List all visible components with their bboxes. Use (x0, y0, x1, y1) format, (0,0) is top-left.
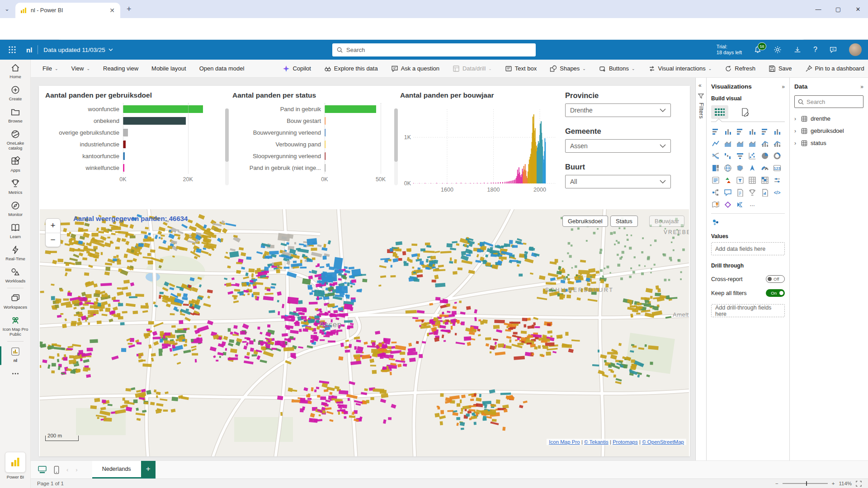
visual-type-kpi[interactable] (723, 176, 732, 185)
visual-type-slicer[interactable] (736, 176, 745, 185)
visual-type-table[interactable] (748, 176, 757, 185)
visual-type-line-and-clustered-column-chart[interactable] (773, 139, 782, 148)
toolbar-visual-interactions[interactable]: Visual interactions⌄ (648, 65, 712, 72)
bar-row[interactable]: Sloopvergunning verleend (232, 150, 392, 162)
toolbar-buttons[interactable]: Buttons⌄ (599, 65, 635, 72)
fit-to-page-icon[interactable] (856, 481, 862, 487)
toolbar-copilot[interactable]: Copilot (283, 65, 311, 72)
visual-type-100-stacked-area-chart[interactable] (748, 139, 757, 148)
add-data-fields-well[interactable]: Add data fields here (711, 242, 785, 255)
map-visual[interactable]: AssenSCHILDERSBUURTVREEBERGENAmelte Aant… (40, 209, 689, 456)
map-zoom-out-button[interactable]: − (46, 233, 60, 247)
visual-type-metrics-visual[interactable] (748, 188, 757, 197)
visual-type-100-stacked-column-chart[interactable] (773, 127, 782, 136)
global-search-box[interactable]: Search (332, 43, 536, 56)
bar-row[interactable]: Bouwvergunning verleend (232, 127, 392, 138)
attribution-link[interactable]: Icon Map Pro (549, 439, 580, 445)
web-layout-icon[interactable] (38, 466, 47, 474)
visual-type-power-automate-visual[interactable] (736, 200, 745, 209)
sidebar-item-learn[interactable]: Learn (0, 220, 31, 242)
product-switcher-powerbi[interactable]: Power BI (0, 452, 31, 479)
data-table-drenthe[interactable]: › drenthe (794, 113, 863, 125)
data-table-gebruiksdoel[interactable]: › gebruiksdoel (794, 125, 863, 137)
tab-close-icon[interactable]: ✕ (108, 7, 116, 14)
sidebar-item-browse[interactable]: Browse (0, 104, 31, 126)
visual-type-donut-chart[interactable] (773, 151, 782, 160)
toolbar-file[interactable]: File⌄ (42, 65, 58, 72)
tab-search-icon[interactable]: ⌄ (5, 5, 9, 12)
bar-row[interactable]: Bouw gestart (232, 115, 392, 127)
visual-type-qa-visual[interactable] (723, 188, 732, 197)
map-zoom-in-button[interactable]: + (46, 219, 60, 233)
new-page-button[interactable]: + (141, 461, 156, 479)
user-avatar[interactable] (849, 43, 862, 56)
toolbar-text-box[interactable]: Text box (505, 65, 537, 72)
map-mode-button-status[interactable]: Status (610, 216, 638, 227)
attribution-link[interactable]: © OpenStreetMap (642, 439, 684, 445)
visual-type-script-visual[interactable]: </> (773, 188, 782, 197)
notifications-bell-icon[interactable]: 58 (754, 46, 762, 54)
window-maximize-button[interactable]: ▢ (828, 0, 848, 18)
zoom-in-icon[interactable]: + (832, 481, 835, 486)
visual-type-line-and-stacked-column-chart[interactable] (760, 139, 769, 148)
visual-bouwjaar-histogram[interactable]: Aantal panden per bouwjaar1600180020000K… (400, 91, 559, 202)
sidebar-item-workloads[interactable]: Workloads (0, 264, 31, 286)
zoom-slider[interactable] (783, 483, 828, 484)
visual-type-clustered-column-chart[interactable] (748, 127, 757, 136)
attribution-link[interactable]: © Tekantis (584, 439, 609, 445)
visual-type-line-chart[interactable] (711, 139, 720, 148)
data-table-status[interactable]: › status (794, 137, 863, 149)
bar-row[interactable]: Pand in gebruik (232, 103, 392, 115)
chart1-scrollbar[interactable] (225, 108, 229, 185)
expand-filters-icon[interactable]: « (698, 82, 706, 89)
sidebar-item-apps[interactable]: Apps (0, 153, 31, 175)
visual-gebruiksdoel-bar-chart[interactable]: Aantal panden per gebruiksdoelwoonfuncti… (45, 91, 226, 184)
new-tab-button[interactable]: + (127, 5, 132, 14)
bar-row[interactable]: winkelfunctie (45, 162, 226, 174)
bar[interactable] (325, 105, 376, 113)
bar[interactable] (123, 117, 186, 125)
slicer-dropdown-gemeente[interactable]: Assen (565, 139, 671, 153)
visual-type-azure-map[interactable] (748, 164, 757, 173)
expand-chevron-icon[interactable]: › (794, 128, 798, 134)
bar[interactable] (123, 105, 203, 113)
zoom-out-icon[interactable]: − (775, 481, 778, 486)
window-close-button[interactable]: ✕ (848, 0, 868, 18)
visual-type-matrix[interactable] (760, 176, 769, 185)
window-minimize-button[interactable]: — (808, 0, 828, 18)
format-visual-tab[interactable] (736, 105, 754, 119)
sidebar-item-create[interactable]: Create (0, 82, 31, 104)
attribution-link[interactable]: Protomaps (613, 439, 638, 445)
bar-row[interactable]: overige gebruiksfunctie (45, 127, 226, 138)
data-updated-menu[interactable]: Data updated 11/03/25 (43, 47, 113, 53)
visual-type-power-apps-visual[interactable] (723, 200, 732, 209)
visual-type-waterfall-chart[interactable] (723, 151, 732, 160)
sidebar-item-icon-map-pro-public[interactable]: Icon Map Pro Public (0, 312, 31, 339)
visual-type-multi-row-card[interactable] (711, 176, 720, 185)
bar-row[interactable]: kantoorfunctie (45, 150, 226, 162)
visual-type-filled-map[interactable] (736, 164, 745, 173)
visual-type-treemap[interactable] (711, 164, 720, 173)
histogram-plot[interactable]: 1600180020000K1K (400, 103, 559, 202)
zoom-level[interactable]: 114% (839, 481, 852, 486)
toolbar-pin-to-a-dashboard[interactable]: Pin to a dashboard (805, 65, 864, 72)
bar-row[interactable]: Verbouwing pand (232, 138, 392, 150)
visual-type-new-slicer[interactable] (773, 176, 782, 185)
slicer-dropdown-provincie[interactable]: Drenthe (565, 103, 671, 117)
sidebar-item-onelake-catalog[interactable]: OneLake catalog (0, 126, 31, 153)
toolbar-view[interactable]: View⌄ (71, 65, 90, 72)
keep-all-filters-toggle[interactable]: On (766, 289, 785, 297)
visual-type-map[interactable] (723, 164, 732, 173)
toolbar-save[interactable]: Save (769, 65, 792, 72)
bar[interactable] (123, 129, 128, 136)
filters-pane-collapsed[interactable]: « Filters (695, 78, 706, 460)
sidebar-item-workspaces[interactable]: Workspaces (0, 290, 31, 312)
build-visual-tab[interactable] (711, 105, 728, 119)
page-tab-nederlands[interactable]: Nederlands (92, 461, 141, 479)
visual-type-clustered-bar-chart[interactable] (736, 127, 745, 136)
next-page-icon[interactable]: › (75, 466, 77, 473)
toolbar-explore-this-data[interactable]: Explore this data (324, 65, 378, 72)
app-launcher-icon[interactable] (8, 46, 16, 54)
sidebar-item-more[interactable] (0, 366, 31, 381)
prev-page-icon[interactable]: ‹ (66, 466, 68, 473)
